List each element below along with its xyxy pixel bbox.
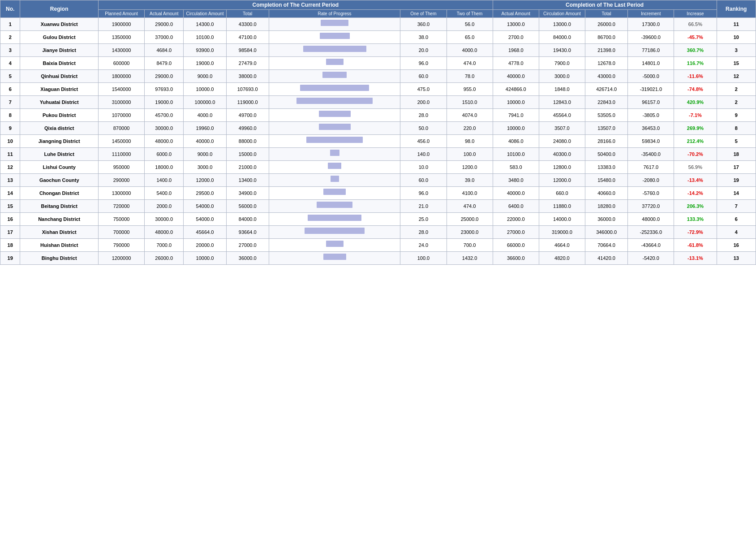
row-no: 12 — [0, 161, 20, 174]
row-ranking: 13 — [717, 252, 756, 265]
row-no: 6 — [0, 83, 20, 96]
row-two: 56.0 — [447, 18, 493, 31]
row-no: 13 — [0, 174, 20, 187]
row-circulation2: 40300.0 — [539, 148, 585, 161]
row-increment: -2080.0 — [628, 174, 674, 187]
row-one: 96.0 — [400, 57, 447, 70]
row-actual2: 13000.0 — [493, 18, 539, 31]
row-rate — [269, 135, 400, 148]
row-one: 21.0 — [400, 200, 447, 213]
row-planned: 1900000 — [98, 18, 144, 31]
row-actual: 29000.0 — [145, 18, 184, 31]
row-planned: 1200000 — [98, 252, 144, 265]
row-ranking: 8 — [717, 122, 756, 135]
row-ranking: 10 — [717, 31, 756, 44]
row-actual2: 7941.0 — [493, 109, 539, 122]
row-total2: 346000.0 — [585, 226, 627, 239]
row-rate — [269, 239, 400, 252]
row-two: 100.0 — [447, 148, 493, 161]
row-increment: -5420.0 — [628, 252, 674, 265]
row-actual: 5400.0 — [145, 187, 184, 200]
row-ranking: 3 — [717, 44, 756, 57]
row-circulation2: 7900.0 — [539, 57, 585, 70]
row-circulation: 54000.0 — [184, 213, 226, 226]
row-no: 3 — [0, 44, 20, 57]
row-increment: 96157.0 — [628, 96, 674, 109]
row-two: 700.0 — [447, 239, 493, 252]
row-rate — [269, 148, 400, 161]
row-increment: 36453.0 — [628, 122, 674, 135]
increment-header: Increment — [628, 10, 674, 18]
row-actual2: 40000.0 — [493, 70, 539, 83]
row-region: Binghu District — [20, 252, 99, 265]
row-total2: 41420.0 — [585, 252, 627, 265]
row-circulation2: 4820.0 — [539, 252, 585, 265]
row-increment: 17300.0 — [628, 18, 674, 31]
row-increment: -35400.0 — [628, 148, 674, 161]
row-actual2: 27000.0 — [493, 226, 539, 239]
row-rate — [269, 213, 400, 226]
row-rate — [269, 174, 400, 187]
actual-amount2-header: Actual Amount — [493, 10, 539, 18]
row-circulation2: 12800.0 — [539, 161, 585, 174]
row-no: 2 — [0, 31, 20, 44]
row-circulation2: 13000.0 — [539, 18, 585, 31]
row-total2: 18280.0 — [585, 200, 627, 213]
row-planned: 3100000 — [98, 96, 144, 109]
row-circulation2: 660.0 — [539, 187, 585, 200]
row-planned: 870000 — [98, 122, 144, 135]
row-circulation: 14300.0 — [184, 18, 226, 31]
row-two: 23000.0 — [447, 226, 493, 239]
table-row: 14 Chongan District 1300000 5400.0 29500… — [0, 187, 756, 200]
row-increase: 116.7% — [674, 57, 717, 70]
row-total: 93664.0 — [226, 226, 269, 239]
two-of-them-header: Two of Them — [447, 10, 493, 18]
row-total: 43300.0 — [226, 18, 269, 31]
row-region: Baixia District — [20, 57, 99, 70]
row-ranking: 18 — [717, 148, 756, 161]
row-rate — [269, 96, 400, 109]
row-actual2: 424866.0 — [493, 83, 539, 96]
row-one: 456.0 — [400, 135, 447, 148]
row-one: 24.0 — [400, 239, 447, 252]
row-no: 17 — [0, 226, 20, 239]
row-two: 4074.0 — [447, 109, 493, 122]
one-of-them-header: One of Them — [400, 10, 447, 18]
row-circulation2: 1848.0 — [539, 83, 585, 96]
row-actual: 2000.0 — [145, 200, 184, 213]
row-region: Nanchang District — [20, 213, 99, 226]
row-ranking: 14 — [717, 187, 756, 200]
row-one: 38.0 — [400, 31, 447, 44]
table-row: 19 Binghu District 1200000 26000.0 10000… — [0, 252, 756, 265]
row-actual2: 10100.0 — [493, 148, 539, 161]
row-no: 10 — [0, 135, 20, 148]
increase-header: Increase — [674, 10, 717, 18]
row-total2: 28166.0 — [585, 135, 627, 148]
row-region: Chongan District — [20, 187, 99, 200]
row-two: 220.0 — [447, 122, 493, 135]
row-total2: 12678.0 — [585, 57, 627, 70]
row-two: 98.0 — [447, 135, 493, 148]
row-one: 140.0 — [400, 148, 447, 161]
row-circulation: 9000.0 — [184, 70, 226, 83]
row-two: 955.0 — [447, 83, 493, 96]
row-rate — [269, 57, 400, 70]
row-one: 20.0 — [400, 44, 447, 57]
row-total: 88000.0 — [226, 135, 269, 148]
row-rate — [269, 44, 400, 57]
row-planned: 1300000 — [98, 187, 144, 200]
row-ranking: 11 — [717, 18, 756, 31]
row-ranking: 4 — [717, 226, 756, 239]
row-one: 475.0 — [400, 83, 447, 96]
row-circulation2: 12000.0 — [539, 174, 585, 187]
row-total: 21000.0 — [226, 161, 269, 174]
row-one: 25.0 — [400, 213, 447, 226]
row-total: 38000.0 — [226, 70, 269, 83]
row-actual: 48000.0 — [145, 226, 184, 239]
row-circulation2: 4664.0 — [539, 239, 585, 252]
row-increment: -5000.0 — [628, 70, 674, 83]
actual-amount-header: Actual Amount — [145, 10, 184, 18]
row-increase: 420.9% — [674, 96, 717, 109]
row-circulation: 20000.0 — [184, 239, 226, 252]
planned-amount-header: Planned Amount — [98, 10, 144, 18]
